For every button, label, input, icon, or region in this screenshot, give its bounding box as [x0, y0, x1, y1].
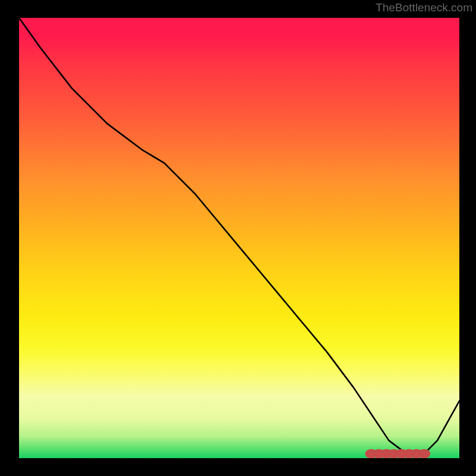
curve-path	[19, 18, 459, 454]
chart-frame: TheBottleneck.com	[0, 0, 476, 476]
flat-band-markers	[367, 452, 428, 456]
chart-svg	[19, 18, 459, 458]
watermark-text: TheBottleneck.com	[375, 1, 472, 14]
marker-dot	[420, 452, 428, 456]
